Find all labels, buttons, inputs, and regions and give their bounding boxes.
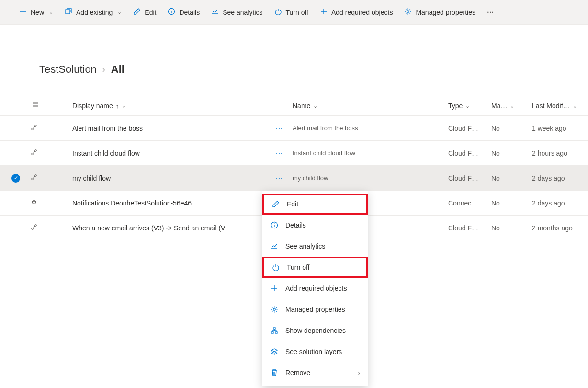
chevron-right-icon: ›	[102, 65, 105, 75]
add-required-label: Add required objects	[331, 9, 393, 16]
details-label: Details	[179, 9, 200, 16]
ctx-details[interactable]: Details	[262, 215, 368, 236]
info-icon	[270, 221, 279, 229]
ctx-turn-off[interactable]: Turn off	[262, 257, 368, 278]
row-more-button[interactable]: ⋮	[264, 150, 293, 156]
cell-display-name: Notifications DeonheTestSolution-56e46	[72, 199, 264, 207]
svg-rect-0	[66, 10, 70, 14]
details-button[interactable]: Details	[168, 8, 200, 17]
table-row[interactable]: my child flow⋮my child flowCloud F…No2 d…	[0, 166, 588, 191]
plus-icon	[19, 8, 27, 17]
cell-name: Alert mail from the boss	[293, 125, 448, 132]
gear-icon	[404, 8, 412, 17]
ctx-edit[interactable]: Edit	[262, 194, 368, 215]
cell-managed: No	[491, 125, 532, 132]
breadcrumb-current: All	[111, 63, 124, 76]
check-icon[interactable]	[11, 174, 20, 183]
managed-properties-button[interactable]: Managed properties	[404, 8, 475, 17]
layers-icon	[270, 348, 279, 355]
ctx-managed-properties[interactable]: Managed properties	[262, 299, 368, 320]
breadcrumb-root[interactable]: TestSolution	[39, 63, 97, 76]
list-view-icon[interactable]	[29, 101, 51, 111]
turn-off-label: Turn off	[286, 9, 308, 16]
cell-type: Cloud F…	[448, 224, 491, 232]
power-icon	[271, 263, 280, 271]
chart-icon	[270, 242, 279, 250]
svg-point-5	[32, 153, 34, 155]
cell-type: Cloud F…	[448, 125, 491, 132]
cell-modified: 2 days ago	[532, 199, 588, 207]
context-menu: Edit Details See analytics Turn off Add …	[262, 191, 368, 386]
cell-type: Cloud F…	[448, 174, 491, 182]
cell-type: Connec…	[448, 199, 491, 207]
ctx-add-required[interactable]: Add required objects	[262, 278, 368, 299]
column-display-name[interactable]: Display name ↑ ⌄	[72, 102, 264, 110]
pencil-icon	[271, 200, 280, 208]
flow-icon	[29, 149, 51, 157]
svg-rect-14	[271, 332, 273, 333]
svg-point-8	[35, 175, 37, 177]
svg-rect-13	[273, 328, 275, 329]
cell-display-name: When a new email arrives (V3) -> Send an…	[72, 224, 264, 232]
cell-modified: 2 months ago	[532, 224, 588, 232]
plus-icon	[270, 285, 279, 292]
svg-point-7	[32, 178, 34, 180]
overflow-button[interactable]: ⋯	[487, 9, 495, 16]
sort-asc-icon: ↑	[116, 103, 119, 110]
chevron-down-icon: ⌄	[122, 103, 126, 109]
cell-display-name: Instant child cloud flow	[72, 149, 264, 157]
row-more-button[interactable]: ⋮	[264, 175, 293, 181]
see-analytics-button[interactable]: See analytics	[211, 8, 262, 17]
table-header: Display name ↑ ⌄ Name ⌄ Type ⌄ Ma… ⌄ Las…	[0, 93, 588, 116]
flow-icon	[29, 124, 51, 132]
row-more-button[interactable]: ⋮	[264, 126, 293, 131]
svg-point-10	[35, 225, 37, 227]
power-icon	[274, 8, 282, 17]
add-existing-button[interactable]: Add existing ⌄	[65, 8, 122, 17]
cell-name: Instant child cloud flow	[293, 149, 448, 157]
ctx-remove[interactable]: Remove ›	[262, 362, 368, 383]
cell-display-name: Alert mail from the boss	[72, 125, 264, 132]
chevron-down-icon: ⌄	[465, 103, 470, 109]
cell-modified: 1 week ago	[532, 125, 588, 132]
cell-managed: No	[491, 174, 532, 182]
table-row[interactable]: Instant child cloud flow⋮Instant child c…	[0, 141, 588, 166]
cell-modified: 2 hours ago	[532, 149, 588, 157]
hierarchy-icon	[270, 327, 279, 334]
edit-button[interactable]: Edit	[133, 8, 156, 17]
cell-type: Cloud F…	[448, 149, 491, 157]
svg-point-4	[35, 125, 37, 127]
svg-point-12	[273, 308, 275, 310]
ctx-solution-layers[interactable]: See solution layers	[262, 341, 368, 362]
breadcrumb: TestSolution › All	[0, 63, 588, 76]
chart-icon	[211, 8, 219, 17]
column-last-modified[interactable]: Last Modif… ⌄	[532, 102, 588, 110]
new-label: New	[31, 9, 44, 16]
chevron-right-icon: ›	[358, 369, 360, 377]
managed-properties-label: Managed properties	[416, 9, 475, 16]
turn-off-button[interactable]: Turn off	[274, 8, 308, 17]
svg-point-3	[32, 128, 34, 130]
edit-label: Edit	[145, 9, 156, 16]
svg-point-2	[407, 11, 409, 12]
more-icon: ⋯	[487, 9, 495, 16]
gear-icon	[270, 306, 279, 313]
chevron-down-icon: ⌄	[510, 103, 514, 109]
ctx-see-analytics[interactable]: See analytics	[262, 236, 368, 257]
flow-icon	[29, 224, 51, 232]
add-required-button[interactable]: Add required objects	[320, 8, 393, 17]
add-existing-icon	[65, 8, 72, 17]
new-button[interactable]: New ⌄	[19, 8, 53, 17]
ctx-show-dependencies[interactable]: Show dependencies	[262, 320, 368, 341]
table-row[interactable]: Alert mail from the boss⋮Alert mail from…	[0, 116, 588, 141]
svg-rect-15	[275, 332, 277, 333]
column-name[interactable]: Name ⌄	[293, 102, 448, 110]
flow-icon	[29, 174, 51, 182]
column-managed[interactable]: Ma… ⌄	[491, 102, 532, 110]
cell-managed: No	[491, 199, 532, 207]
cell-managed: No	[491, 224, 532, 232]
svg-point-9	[32, 228, 34, 230]
add-existing-label: Add existing	[76, 9, 113, 16]
chevron-down-icon: ⌄	[117, 9, 122, 15]
column-type[interactable]: Type ⌄	[448, 102, 491, 110]
